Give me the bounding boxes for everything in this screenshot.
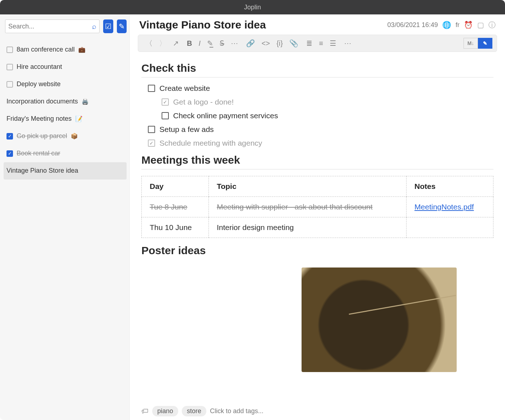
checklist-label: Setup a few ads: [159, 125, 214, 134]
new-note-button[interactable]: ✎: [117, 19, 127, 33]
checklist-checkbox[interactable]: ✓: [162, 98, 169, 106]
note-list-item[interactable]: Incorporation documents🖨️: [5, 93, 127, 110]
cell-topic: Interior design meeting: [208, 217, 406, 238]
search-input-wrap[interactable]: ⌕: [5, 19, 100, 33]
todo-checkbox[interactable]: [6, 47, 13, 53]
bold-icon[interactable]: B: [187, 39, 192, 48]
note-language: fr: [456, 21, 460, 29]
search-icon[interactable]: ⌕: [92, 22, 96, 31]
table-row: Thu 10 JuneInterior design meeting: [142, 217, 493, 238]
note-list-label: Book rental car: [17, 150, 60, 157]
numbered-list-icon[interactable]: ≡: [319, 39, 323, 48]
tag-pill[interactable]: piano: [152, 406, 178, 416]
note-emoji-icon: 📝: [75, 115, 83, 122]
section-check-this: Check this: [141, 62, 493, 78]
poster-image-record[interactable]: [302, 268, 457, 372]
table-header-day: Day: [142, 176, 209, 197]
note-timestamp: 03/06/2021 16:49: [387, 21, 438, 29]
tag-bar: 🏷 piano store Click to add tags...: [130, 402, 505, 420]
tag-pill[interactable]: store: [182, 406, 206, 416]
cell-day: Tue 8 June: [142, 197, 209, 217]
checklist-checkbox[interactable]: [148, 126, 155, 133]
note-list-label: Hire accountant: [17, 63, 62, 71]
more-tools-icon[interactable]: ⋯: [344, 39, 351, 48]
more-format-icon[interactable]: ⋯: [231, 39, 238, 48]
table-header-topic: Topic: [208, 176, 406, 197]
external-link-icon[interactable]: ↗: [173, 39, 179, 48]
note-list-item[interactable]: Deploy website: [5, 76, 127, 93]
meetings-table: Day Topic Notes Tue 8 JuneMeeting with s…: [141, 176, 493, 238]
checklist-label: Create website: [159, 84, 210, 93]
poster-image-piano[interactable]: [141, 268, 297, 372]
todo-checkbox[interactable]: [6, 81, 13, 88]
checklist-checkbox[interactable]: ✓: [148, 140, 155, 147]
note-list-item[interactable]: Hire accountant: [5, 58, 127, 76]
codeblock-icon[interactable]: {i}: [276, 39, 283, 48]
checklist-item[interactable]: Check online payment services: [162, 111, 493, 120]
checklist-label: Schedule meeting with agency: [159, 139, 262, 147]
note-list-label: Go pick up parcel: [17, 132, 67, 140]
cell-notes: [407, 217, 493, 238]
table-row: Tue 8 JuneMeeting with supplier - ask ab…: [142, 197, 493, 217]
checklist-item[interactable]: Create website: [148, 84, 493, 93]
checklist-item[interactable]: Setup a few ads: [148, 125, 493, 134]
italic-icon[interactable]: I: [198, 39, 201, 48]
note-emoji-icon: 📦: [71, 133, 78, 140]
view-richtext-tab[interactable]: ✎: [478, 38, 492, 49]
section-poster-ideas: Poster ideas: [141, 244, 493, 260]
strikethrough-icon[interactable]: S̶: [220, 39, 224, 48]
todo-checkbox[interactable]: ✓: [6, 133, 13, 140]
attachment-link[interactable]: MeetingNotes.pdf: [414, 203, 474, 211]
note-title[interactable]: Vintage Piano Store idea: [139, 19, 382, 31]
checklist-icon[interactable]: ☰: [330, 39, 336, 48]
tag-icon[interactable]: 🏷: [141, 407, 149, 415]
cell-notes: MeetingNotes.pdf: [407, 197, 493, 217]
editor-toolbar: 〈 〉 ↗ B I ✎̲ S̶ ⋯ 🔗 <> {i} 📎 ≣ ≡ ☰: [138, 35, 497, 52]
nav-forward-icon[interactable]: 〉: [159, 39, 166, 48]
checklist-checkbox[interactable]: [148, 85, 155, 92]
code-icon[interactable]: <>: [262, 39, 270, 48]
note-list-label: Friday's Meeting notes: [6, 115, 72, 123]
cell-day: Thu 10 June: [142, 217, 209, 238]
note-list-label: Deploy website: [17, 80, 61, 88]
cell-topic: Meeting with supplier - ask about that d…: [208, 197, 406, 217]
highlight-icon[interactable]: ✎̲: [207, 39, 213, 48]
bulleted-list-icon[interactable]: ≣: [306, 39, 312, 48]
layout-icon[interactable]: ▢: [477, 21, 484, 29]
note-list: 8am conference call💼Hire accountantDeplo…: [5, 41, 127, 180]
checklist-item[interactable]: ✓Get a logo - done!: [162, 98, 493, 106]
section-meetings: Meetings this week: [141, 154, 493, 169]
add-tag-prompt[interactable]: Click to add tags...: [210, 407, 263, 415]
notes-sidebar: ⌕ ☑ ✎ 8am conference call💼Hire accountan…: [0, 14, 130, 420]
checklist-label: Check online payment services: [173, 111, 278, 120]
note-list-label: Incorporation documents: [6, 98, 78, 105]
note-list-item[interactable]: ✓Book rental car: [5, 145, 127, 162]
nav-back-icon[interactable]: 〈: [145, 39, 153, 48]
checklist-item[interactable]: ✓Schedule meeting with agency: [148, 139, 493, 147]
search-input[interactable]: [8, 23, 92, 30]
note-list-label: Vintage Piano Store idea: [6, 167, 78, 174]
note-list-item[interactable]: ✓Go pick up parcel📦: [5, 128, 127, 145]
window-title: Joplin: [244, 4, 261, 11]
note-list-item[interactable]: Friday's Meeting notes📝: [5, 110, 127, 128]
note-emoji-icon: 💼: [78, 46, 85, 53]
globe-icon[interactable]: 🌐: [442, 21, 451, 29]
info-icon[interactable]: ⓘ: [488, 20, 496, 30]
todo-checkbox[interactable]: [6, 64, 13, 70]
attachment-icon[interactable]: 📎: [289, 39, 298, 48]
alarm-icon[interactable]: ⏰: [464, 21, 473, 29]
table-header-notes: Notes: [407, 176, 493, 197]
checklist-label: Get a logo - done!: [173, 98, 234, 106]
link-icon[interactable]: 🔗: [246, 39, 255, 48]
note-list-item[interactable]: Vintage Piano Store idea: [4, 162, 127, 180]
note-content[interactable]: Check this Create website✓Get a logo - d…: [130, 52, 505, 402]
new-todo-button[interactable]: ☑: [103, 19, 113, 33]
checklist-checkbox[interactable]: [162, 112, 169, 119]
note-main: Vintage Piano Store idea 03/06/2021 16:4…: [130, 14, 505, 420]
note-emoji-icon: 🖨️: [82, 98, 89, 105]
todo-checkbox[interactable]: ✓: [6, 150, 13, 157]
note-list-item[interactable]: 8am conference call💼: [5, 41, 127, 58]
view-markdown-tab[interactable]: M↓: [464, 38, 478, 49]
note-list-label: 8am conference call: [17, 46, 75, 53]
window-titlebar: Joplin: [0, 0, 505, 14]
